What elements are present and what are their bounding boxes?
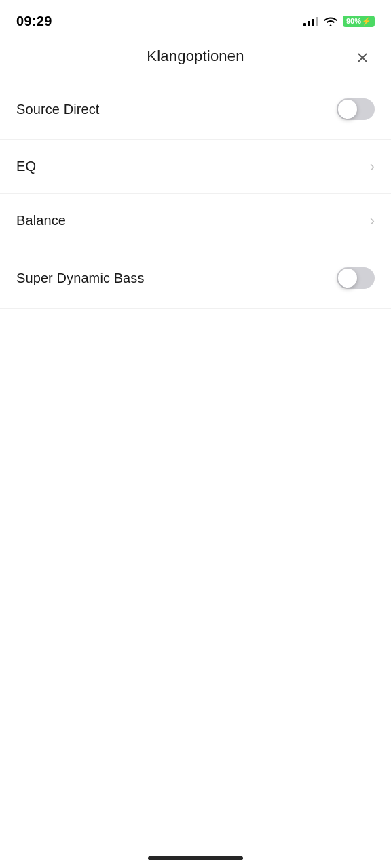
settings-item-balance[interactable]: Balance ›: [0, 194, 391, 248]
super-dynamic-bass-toggle[interactable]: [337, 267, 375, 289]
balance-label: Balance: [16, 213, 66, 229]
page-title: Klangoptionen: [147, 47, 244, 65]
close-button[interactable]: [350, 45, 375, 70]
settings-item-eq[interactable]: EQ ›: [0, 140, 391, 194]
battery-indicator: 90% ⚡: [343, 16, 375, 27]
eq-label: EQ: [16, 159, 36, 174]
home-indicator: [148, 856, 243, 860]
eq-chevron-icon: ›: [370, 159, 375, 174]
close-icon: [355, 50, 370, 65]
source-direct-toggle-knob: [338, 100, 357, 119]
balance-chevron-icon: ›: [370, 214, 375, 229]
status-time: 09:29: [16, 14, 52, 29]
settings-list: Source Direct EQ › Balance › Super Dynam…: [0, 79, 391, 309]
signal-bars-icon: [303, 16, 318, 26]
super-dynamic-bass-label: Super Dynamic Bass: [16, 271, 145, 286]
source-direct-toggle[interactable]: [337, 98, 375, 120]
wifi-icon: [324, 16, 337, 26]
settings-item-source-direct[interactable]: Source Direct: [0, 79, 391, 140]
status-icons: 90% ⚡: [303, 16, 375, 27]
source-direct-label: Source Direct: [16, 102, 99, 117]
status-bar: 09:29 90% ⚡: [0, 0, 391, 37]
settings-item-super-dynamic-bass[interactable]: Super Dynamic Bass: [0, 248, 391, 309]
page-header: Klangoptionen: [0, 37, 391, 79]
super-dynamic-bass-toggle-knob: [338, 269, 357, 288]
